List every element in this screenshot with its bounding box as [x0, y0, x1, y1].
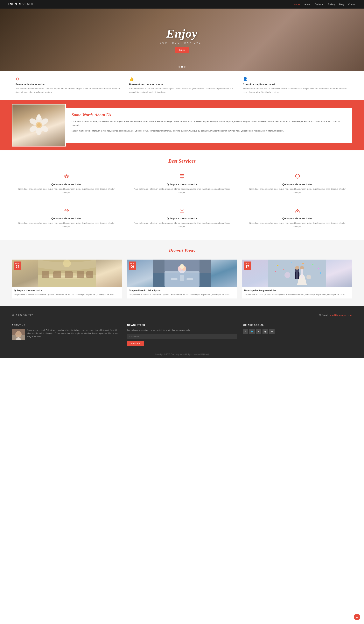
posts-section: Recent Posts [0, 240, 364, 306]
social-linkedin[interactable]: in [256, 329, 261, 334]
footer: ✆ +1 234 567 8901 ✉ Email : mail@example… [0, 306, 364, 358]
post-3-body: Mauris pellentesque ultricies Suspendiss… [242, 287, 352, 298]
svg-rect-59 [301, 269, 303, 278]
svg-point-41 [180, 264, 184, 269]
hero-subtitle: YOUR BEST DAY EVER [160, 42, 204, 44]
service-card-2: Quisque a rhoncus tortor Nam dolor arcu,… [127, 170, 237, 198]
post-2-date-badge: Oct 06 [129, 261, 136, 270]
feature-1: ⚙ Fusce molestie interdum Sed elementum … [12, 77, 125, 94]
feature-1-text: Sed elementum accumsan dui convallis ali… [16, 87, 121, 94]
post-1-title[interactable]: Quisque a rhoncus tortor [14, 289, 120, 292]
post-2-text: Suspendisse in nisl at ipsum molestie di… [129, 293, 235, 296]
nav-home[interactable]: Home [294, 3, 300, 6]
social-rss[interactable]: ◉ [263, 329, 268, 334]
hero-section: Enjoy YOUR BEST DAY EVER More [0, 9, 364, 71]
service-3-text: Nam dolor arcu, interdum eget purus non,… [246, 187, 348, 194]
service-card-1: Quisque a rhoncus tortor Nam dolor arcu,… [12, 170, 121, 198]
footer-email-link[interactable]: mail@example.com [330, 314, 352, 316]
about-progress-fill [72, 136, 237, 136]
service-6-icon [246, 208, 348, 215]
footer-top-bar: ✆ +1 234 567 8901 ✉ Email : mail@example… [12, 312, 352, 320]
services-section: Best Services Quisque a rhoncus tortor N… [0, 150, 364, 240]
svg-point-51 [302, 263, 304, 264]
svg-point-9 [65, 176, 68, 178]
posts-heading: Recent Posts [12, 248, 352, 254]
svg-point-50 [291, 262, 292, 263]
svg-point-48 [312, 264, 314, 265]
service-6-text: Nam dolor arcu, interdum eget purus non,… [246, 221, 348, 228]
service-card-5: Quisque a rhoncus tortor Nam dolor arcu,… [127, 204, 237, 232]
post-2-image[interactable]: Oct 06 [127, 260, 237, 287]
footer-newsletter-heading: NEWSLETTER [127, 324, 237, 327]
svg-point-42 [171, 278, 178, 280]
about-image-inner [12, 104, 65, 146]
service-4-text: Nam dolor arcu, interdum eget purus non,… [16, 221, 118, 228]
hero-title: Enjoy [160, 27, 204, 40]
post-1-date-badge: Sept 24 [14, 261, 21, 270]
svg-point-43 [186, 278, 193, 280]
svg-point-14 [64, 177, 65, 178]
post-3-title[interactable]: Mauris pellentesque ultricies [244, 289, 350, 292]
svg-point-46 [277, 265, 278, 266]
newsletter-input[interactable] [127, 334, 237, 339]
post-card-2: Oct 06 Suspendisse in nisl at ipsum Susp… [127, 260, 237, 298]
svg-point-52 [275, 271, 276, 272]
about-section: Some Words About Us Lorem ipsum dolor si… [0, 100, 364, 150]
footer-social-heading: WE ARE SOCIAL [243, 324, 352, 327]
service-3-title: Quisque a rhoncus tortor [246, 183, 348, 186]
nav-blog[interactable]: Blog [339, 3, 344, 6]
feature-1-icon: ⚙ [16, 77, 121, 81]
svg-point-53 [320, 272, 321, 274]
social-twitter[interactable]: 🐦 [249, 329, 255, 334]
services-grid: Quisque a rhoncus tortor Nam dolor arcu,… [12, 170, 352, 232]
post-2-illustration [127, 260, 237, 287]
posts-grid: Sept 24 Quisque a rhoncus tortor Suspend… [12, 260, 352, 298]
footer-copyright: Copyright © 2017 Company name All rights… [12, 351, 352, 358]
footer-social-col: WE ARE SOCIAL f 🐦 in ◉ vk [243, 324, 352, 346]
post-2-body: Suspendisse in nisl at ipsum Suspendisse… [127, 287, 237, 298]
hero-dot-2[interactable] [181, 66, 183, 68]
svg-rect-44 [180, 275, 184, 281]
post-1-illustration [12, 260, 122, 287]
service-1-title: Quisque a rhoncus tortor [16, 183, 118, 186]
nav-contact[interactable]: Contact [348, 3, 356, 6]
footer-about-thumb [12, 329, 25, 340]
hero-dot-1[interactable] [178, 66, 180, 68]
social-vk[interactable]: vk [269, 329, 275, 334]
nav-gallery[interactable]: Gallery [328, 3, 335, 6]
feature-2: 👍 Praesent nec nunc eu metus Sed element… [125, 77, 239, 94]
footer-about-image [12, 329, 25, 340]
services-heading: Best Services [12, 158, 352, 164]
feature-3-text: Sed elementum accumsan dui convallis ali… [243, 87, 348, 94]
svg-point-15 [64, 175, 65, 177]
about-para-1: Lorem ipsum dolor sit amet, consectetur … [72, 120, 347, 127]
post-1-image[interactable]: Sept 24 [12, 260, 122, 287]
hero-carousel-dots [178, 66, 186, 68]
navigation: EVENTS VENUE Home About Codes ▾ Gallery … [0, 0, 364, 9]
feature-1-title: Fusce molestie interdum [16, 83, 121, 86]
svg-point-7 [37, 114, 41, 120]
logo-venue: VENUE [22, 2, 34, 6]
nav-codes[interactable]: Codes ▾ [315, 3, 323, 6]
newsletter-subscribe-button[interactable]: Subscribe [127, 341, 144, 346]
site-logo[interactable]: EVENTS VENUE [8, 2, 34, 6]
footer-columns: ABOUT US Suspendisse potenti. Pellentesq… [12, 324, 352, 351]
about-heading: Some Words About Us [72, 112, 347, 117]
post-1-body: Quisque a rhoncus tortor Suspendisse in … [12, 287, 122, 298]
social-icons-group: f 🐦 in ◉ vk [243, 329, 352, 334]
hero-dot-3[interactable] [184, 66, 186, 68]
svg-rect-32 [86, 271, 93, 278]
social-facebook[interactable]: f [243, 329, 248, 334]
post-2-title[interactable]: Suspendisse in nisl at ipsum [129, 289, 235, 292]
nav-about[interactable]: About [304, 3, 310, 6]
hero-more-button[interactable]: More [175, 47, 189, 53]
service-4-title: Quisque a rhoncus tortor [16, 217, 118, 220]
footer-phone: ✆ +1 234 567 8901 [12, 314, 34, 316]
svg-point-19 [182, 178, 182, 179]
features-section: ⚙ Fusce molestie interdum Sed elementum … [0, 71, 364, 100]
about-progress-bar [72, 136, 347, 136]
flower-illustration [27, 113, 50, 137]
svg-rect-31 [77, 271, 84, 278]
post-3-image[interactable]: Nov 17 [242, 260, 352, 287]
svg-rect-29 [53, 271, 61, 278]
